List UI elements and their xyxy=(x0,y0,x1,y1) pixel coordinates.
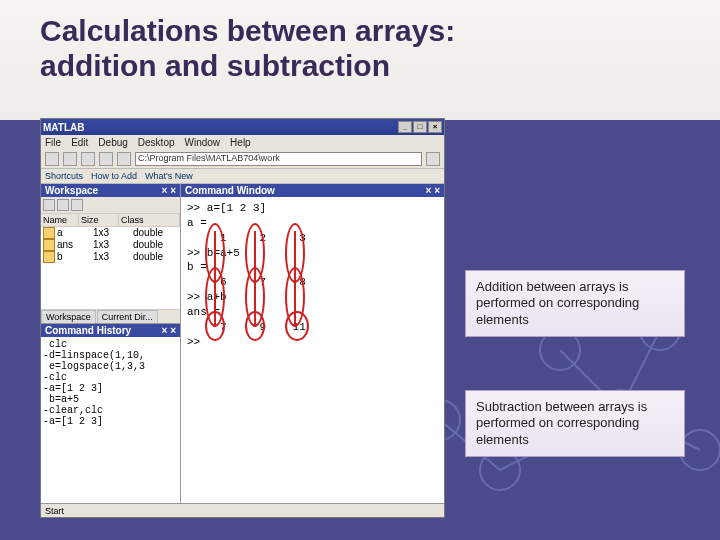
workspace-header: Name Size Class xyxy=(41,214,180,227)
dir-browse-icon[interactable] xyxy=(426,152,440,166)
cut-icon[interactable] xyxy=(81,152,95,166)
app-title: MATLAB xyxy=(43,122,84,133)
current-dir-field[interactable]: C:\Program Files\MATLAB704\work xyxy=(135,152,422,166)
titlebar[interactable]: MATLAB _ □ × xyxy=(41,119,444,135)
title-line-2: addition and subtraction xyxy=(40,49,390,82)
new-icon[interactable] xyxy=(45,152,59,166)
highlight-oval-icon xyxy=(205,311,225,341)
command-history-panel: Command History× × clc -d=linspace(1,10,… xyxy=(41,324,180,504)
highlight-oval-icon xyxy=(245,311,265,341)
shortcuts-label: Shortcuts xyxy=(45,171,83,181)
menu-debug[interactable]: Debug xyxy=(98,137,127,148)
cmdhist-title: Command History xyxy=(45,325,131,336)
annotation-subtraction: Subtraction between arrays is performed … xyxy=(465,390,685,457)
variable-icon xyxy=(43,251,55,263)
open-icon[interactable] xyxy=(63,152,77,166)
ws-col-size[interactable]: Size xyxy=(79,214,119,226)
shortcut-howtoadd[interactable]: How to Add xyxy=(91,171,137,181)
menubar: File Edit Debug Desktop Window Help xyxy=(41,135,444,150)
title-line-1: Calculations between arrays: xyxy=(40,14,455,47)
ws-col-name[interactable]: Name xyxy=(41,214,79,226)
shortcuts-bar: Shortcuts How to Add What's New xyxy=(41,169,444,184)
panel-undock-icon[interactable]: × × xyxy=(162,325,176,336)
statusbar: Start xyxy=(41,503,444,517)
variable-icon xyxy=(43,239,55,251)
ws-open-icon[interactable] xyxy=(57,199,69,211)
maximize-icon[interactable]: □ xyxy=(413,121,427,133)
annotation-addition: Addition between arrays is performed on … xyxy=(465,270,685,337)
minimize-icon[interactable]: _ xyxy=(398,121,412,133)
matlab-window: MATLAB _ □ × File Edit Debug Desktop Win… xyxy=(40,118,445,518)
tab-workspace[interactable]: Workspace xyxy=(41,310,96,323)
menu-window[interactable]: Window xyxy=(185,137,221,148)
toolbar: C:\Program Files\MATLAB704\work xyxy=(41,150,444,169)
start-button[interactable]: Start xyxy=(45,506,64,516)
paste-icon[interactable] xyxy=(117,152,131,166)
slide-title: Calculations between arrays: addition an… xyxy=(0,0,720,87)
close-icon[interactable]: × xyxy=(428,121,442,133)
command-window[interactable]: >> a=[1 2 3] a = 1 2 3 >> b=a+5 b = 6 7 … xyxy=(181,197,444,504)
workspace-panel: Workspace× × Name Size Class a1x3double … xyxy=(41,184,180,324)
ws-row[interactable]: b1x3double xyxy=(41,251,180,263)
ws-col-class[interactable]: Class xyxy=(119,214,180,226)
cmdwin-title: Command Window xyxy=(185,185,275,196)
ws-row[interactable]: a1x3double xyxy=(41,227,180,239)
variable-icon xyxy=(43,227,55,239)
ws-print-icon[interactable] xyxy=(71,199,83,211)
ws-row[interactable]: ans1x3double xyxy=(41,239,180,251)
menu-help[interactable]: Help xyxy=(230,137,251,148)
copy-icon[interactable] xyxy=(99,152,113,166)
ws-new-icon[interactable] xyxy=(43,199,55,211)
cmdhist-body[interactable]: clc -d=linspace(1,10, e=logspace(1,3,3 -… xyxy=(41,337,180,504)
panel-undock-icon[interactable]: × × xyxy=(426,185,440,196)
panel-undock-icon[interactable]: × × xyxy=(162,185,176,196)
menu-edit[interactable]: Edit xyxy=(71,137,88,148)
workspace-title: Workspace xyxy=(45,185,98,196)
highlight-oval-icon xyxy=(285,311,309,341)
menu-desktop[interactable]: Desktop xyxy=(138,137,175,148)
shortcut-whatsnew[interactable]: What's New xyxy=(145,171,193,181)
tab-currentdir[interactable]: Current Dir... xyxy=(97,310,158,323)
menu-file[interactable]: File xyxy=(45,137,61,148)
